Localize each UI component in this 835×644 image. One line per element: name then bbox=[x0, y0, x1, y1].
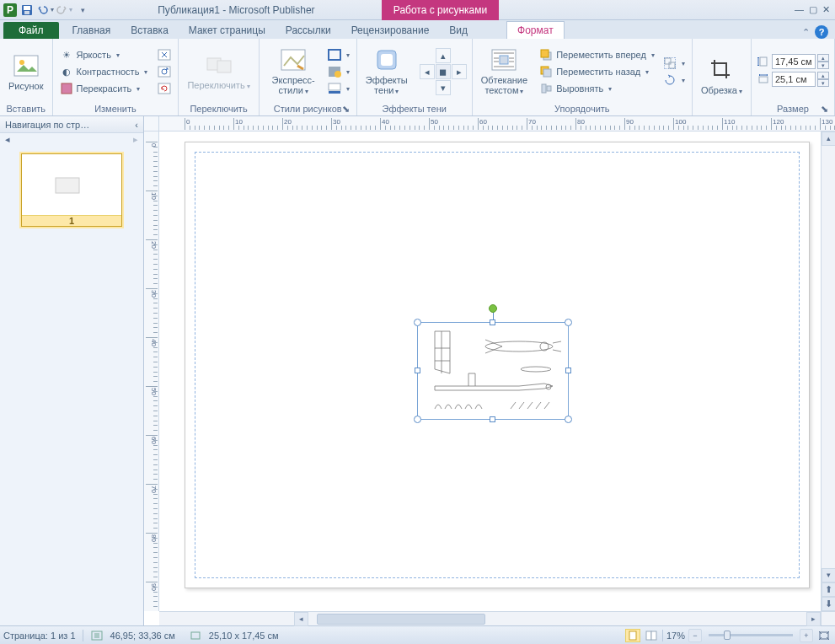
picture-shape-button[interactable] bbox=[326, 64, 351, 79]
scroll-down-button[interactable]: ▾ bbox=[822, 568, 835, 582]
scroll-up-button[interactable]: ▴ bbox=[822, 131, 835, 146]
ribbon-minimize-icon[interactable]: ⌃ bbox=[802, 27, 810, 38]
resize-handle-tm[interactable] bbox=[490, 319, 495, 325]
horizontal-scrollbar[interactable]: ◂ ▸ bbox=[159, 611, 821, 625]
svg-rect-9 bbox=[158, 83, 170, 94]
width-down[interactable]: ▾ bbox=[817, 79, 829, 87]
canvas-viewport[interactable] bbox=[159, 131, 821, 611]
recolor-button[interactable]: Перекрасить bbox=[58, 81, 150, 96]
scroll-right-button[interactable]: ▸ bbox=[806, 612, 821, 626]
svg-rect-32 bbox=[542, 84, 546, 93]
brightness-button[interactable]: ☀Яркость bbox=[58, 47, 150, 62]
tab-home[interactable]: Главная bbox=[62, 22, 121, 39]
status-page-info[interactable]: Страница: 1 из 1 bbox=[3, 631, 76, 641]
vertical-scrollbar[interactable]: ▴ ▾ ⬆ ⬇ bbox=[821, 131, 835, 611]
rotate-handle[interactable] bbox=[489, 304, 497, 313]
resize-handle-tl[interactable] bbox=[414, 319, 421, 326]
horizontal-ruler[interactable]: 0102030405060708090100110120130 bbox=[159, 116, 835, 131]
svg-rect-31 bbox=[543, 69, 551, 77]
zoom-in-button[interactable]: + bbox=[800, 629, 813, 642]
selected-picture[interactable] bbox=[417, 322, 569, 420]
svg-rect-49 bbox=[651, 631, 656, 640]
shadow-nudge-left[interactable]: ◂ bbox=[420, 64, 435, 79]
svg-rect-29 bbox=[541, 50, 549, 57]
nav-prev-icon[interactable]: ◂ bbox=[5, 134, 10, 145]
view-single-page-button[interactable] bbox=[625, 629, 640, 642]
group-button[interactable] bbox=[661, 56, 687, 71]
shadow-nudge-down[interactable]: ▾ bbox=[436, 80, 451, 95]
qat-redo-button[interactable] bbox=[56, 2, 72, 19]
status-zoom-value[interactable]: 17% bbox=[666, 631, 685, 641]
rotate-button[interactable] bbox=[661, 72, 687, 88]
shadow-nudge-up[interactable]: ▴ bbox=[436, 48, 451, 63]
express-styles-button[interactable]: Экспресс-стили bbox=[265, 45, 323, 99]
file-tab[interactable]: Файл bbox=[3, 22, 59, 39]
tab-format[interactable]: Формат bbox=[506, 21, 565, 39]
height-icon bbox=[757, 55, 770, 68]
resize-handle-tr[interactable] bbox=[565, 319, 572, 326]
help-icon[interactable]: ? bbox=[815, 25, 828, 39]
nav-collapse-button[interactable]: ‹ bbox=[135, 120, 138, 130]
dialog-launcher-icon[interactable]: ⬊ bbox=[819, 104, 829, 114]
compress-pictures-button[interactable] bbox=[156, 47, 173, 62]
status-cursor-position: 46,95; 33,36 см bbox=[110, 631, 175, 641]
prev-page-button[interactable]: ⬆ bbox=[822, 582, 835, 597]
resize-handle-ml[interactable] bbox=[415, 368, 420, 373]
zoom-slider-thumb[interactable] bbox=[724, 631, 731, 640]
tab-insert[interactable]: Вставка bbox=[120, 22, 179, 39]
wrap-text-button[interactable]: Обтекание текстом bbox=[478, 45, 531, 99]
width-input[interactable] bbox=[772, 72, 816, 87]
height-up[interactable]: ▴ bbox=[817, 54, 829, 62]
publication-page[interactable] bbox=[185, 142, 810, 588]
view-two-page-button[interactable] bbox=[644, 629, 659, 642]
zoom-slider[interactable] bbox=[709, 634, 793, 636]
send-backward-button[interactable]: Переместить назад bbox=[538, 64, 656, 79]
qat-save-button[interactable] bbox=[19, 2, 35, 19]
svg-rect-34 bbox=[665, 58, 671, 64]
qat-customize-button[interactable]: ▾ bbox=[74, 2, 91, 19]
svg-rect-39 bbox=[56, 178, 79, 193]
tab-mailings[interactable]: Рассылки bbox=[276, 22, 341, 39]
border-icon bbox=[328, 48, 341, 62]
page-thumbnail[interactable]: 1 bbox=[21, 153, 122, 227]
scroll-thumb[interactable] bbox=[317, 614, 485, 625]
zoom-out-button[interactable]: − bbox=[688, 629, 702, 642]
resize-handle-mr[interactable] bbox=[565, 368, 571, 373]
crop-button[interactable]: Обрезка bbox=[698, 55, 746, 99]
align-button[interactable]: Выровнять bbox=[538, 81, 656, 96]
dialog-launcher-icon[interactable]: ⬊ bbox=[341, 104, 351, 114]
shadow-toggle[interactable]: ◼ bbox=[436, 64, 451, 79]
change-picture-button[interactable] bbox=[156, 64, 173, 79]
close-button[interactable]: ✕ bbox=[822, 4, 830, 15]
shadow-nudge-right[interactable]: ▸ bbox=[452, 64, 467, 79]
tab-review[interactable]: Рецензирование bbox=[341, 22, 440, 39]
scroll-left-button[interactable]: ◂ bbox=[294, 612, 308, 626]
vertical-ruler[interactable]: 0102030405060708090100 bbox=[144, 131, 159, 611]
maximize-button[interactable]: ▢ bbox=[809, 4, 817, 15]
reset-picture-button[interactable] bbox=[156, 81, 173, 96]
svg-rect-35 bbox=[669, 62, 675, 68]
shadow-effects-button[interactable]: Эффекты тени bbox=[362, 45, 411, 99]
height-input[interactable] bbox=[772, 54, 816, 69]
qat-undo-button[interactable] bbox=[37, 2, 54, 19]
reset-icon bbox=[158, 82, 171, 95]
width-up[interactable]: ▴ bbox=[817, 72, 829, 79]
resize-handle-br[interactable] bbox=[565, 416, 572, 423]
next-page-button[interactable]: ⬇ bbox=[822, 597, 835, 611]
tab-page-layout[interactable]: Макет страницы bbox=[179, 22, 276, 39]
bring-forward-button[interactable]: Переместить вперед bbox=[538, 47, 656, 62]
minimize-button[interactable]: — bbox=[795, 4, 804, 15]
picture-caption-button[interactable] bbox=[326, 81, 351, 96]
svg-point-4 bbox=[19, 60, 24, 65]
compress-icon bbox=[158, 48, 171, 62]
nav-next-icon[interactable]: ▸ bbox=[133, 134, 138, 145]
resize-handle-bm[interactable] bbox=[490, 416, 495, 422]
height-down[interactable]: ▾ bbox=[817, 62, 829, 69]
brightness-icon: ☀ bbox=[60, 48, 73, 62]
tab-view[interactable]: Вид bbox=[439, 22, 478, 39]
picture-border-button[interactable] bbox=[326, 47, 351, 62]
insert-picture-button[interactable]: Рисунок bbox=[5, 51, 47, 93]
fit-page-button[interactable] bbox=[816, 629, 832, 642]
resize-handle-bl[interactable] bbox=[414, 416, 421, 423]
contrast-button[interactable]: ◐Контрастность bbox=[58, 64, 150, 79]
